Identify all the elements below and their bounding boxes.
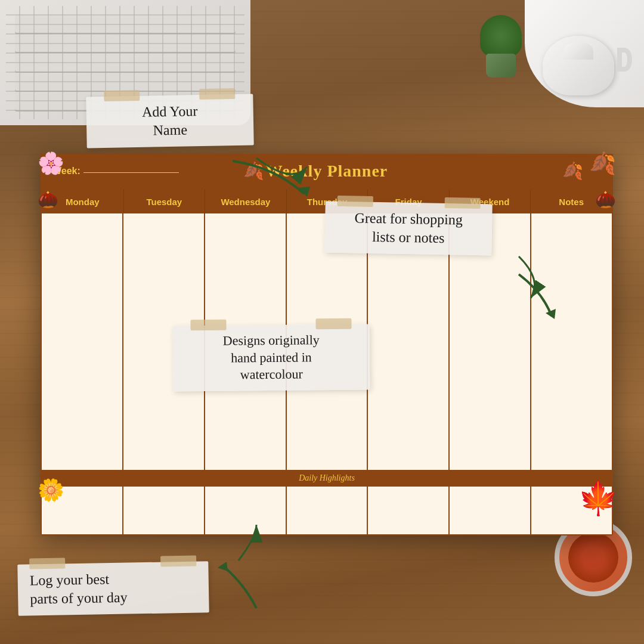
- highlights-row: [42, 487, 612, 534]
- day-tuesday: Tuesday: [123, 190, 205, 213]
- header-leaf-right: 🍂: [562, 161, 583, 181]
- highlight-thursday[interactable]: [287, 487, 367, 534]
- tape-shopping-right: [445, 197, 481, 209]
- svg-marker-5: [218, 562, 228, 571]
- note-painted-line2: hand painted in: [231, 349, 312, 365]
- note-shopping-text: Great for shopping lists or notes: [336, 209, 480, 249]
- highlights-label: Daily Highlights: [299, 473, 355, 482]
- highlight-tuesday[interactable]: [123, 487, 204, 534]
- planner-header: Week: 🍂 Weekly Planner 🍂: [41, 154, 613, 188]
- corner-leaf-top-right: 🍂: [589, 151, 616, 176]
- corner-leaf-bottom-right: 🍁: [578, 479, 619, 518]
- arrow-log-svg: [209, 555, 268, 614]
- tape-painted-left: [190, 320, 226, 331]
- highlight-friday[interactable]: [368, 487, 448, 534]
- note-log: Log your best parts of your day: [17, 561, 209, 616]
- note-shopping: Great for shopping lists or notes: [324, 202, 492, 256]
- week-input-line: [83, 172, 179, 173]
- tape-log-right: [160, 555, 196, 566]
- note-painted: Designs originally hand painted in water…: [173, 324, 370, 392]
- tape-painted-right: [315, 318, 351, 330]
- cell-monday[interactable]: [42, 213, 122, 470]
- note-painted-text: Designs originally hand painted in water…: [185, 332, 358, 384]
- highlights-header: Daily Highlights: [42, 470, 612, 487]
- highlight-weekend[interactable]: [450, 487, 530, 534]
- note-log-text: Log your best parts of your day: [29, 568, 197, 608]
- note-shopping-line2: lists or notes: [372, 229, 445, 246]
- corner-leaf-bottom-left: 🌼: [38, 478, 64, 503]
- note-shopping-line1: Great for shopping: [354, 210, 463, 227]
- note-add-name-text: Add Your Name: [98, 101, 242, 141]
- note-add-name-line2: Name: [153, 122, 187, 138]
- tape-add-name-right: [199, 88, 235, 100]
- note-add-name: Add Your Name: [86, 94, 253, 148]
- corner-acorn-left: 🌰: [38, 190, 58, 209]
- corner-acorn-right: 🌰: [595, 190, 616, 209]
- arrow-shopping-svg: [513, 268, 566, 322]
- note-painted-line1: Designs originally: [223, 332, 320, 348]
- note-add-name-line1: Add Your: [142, 103, 198, 120]
- tape-add-name-left: [104, 90, 140, 101]
- note-painted-line3: watercolour: [240, 367, 303, 382]
- note-log-line2: parts of your day: [30, 589, 128, 606]
- corner-leaf-top-left: 🌸: [38, 151, 64, 176]
- tape-shopping-left: [338, 196, 373, 207]
- svg-marker-4: [546, 309, 556, 319]
- highlight-wednesday[interactable]: [205, 487, 286, 534]
- plant-decoration: [477, 6, 525, 78]
- tape-log-left: [29, 558, 65, 569]
- cell-notes[interactable]: [531, 213, 612, 470]
- note-log-line1: Log your best: [30, 571, 110, 588]
- arrow-name-svg: [227, 155, 322, 203]
